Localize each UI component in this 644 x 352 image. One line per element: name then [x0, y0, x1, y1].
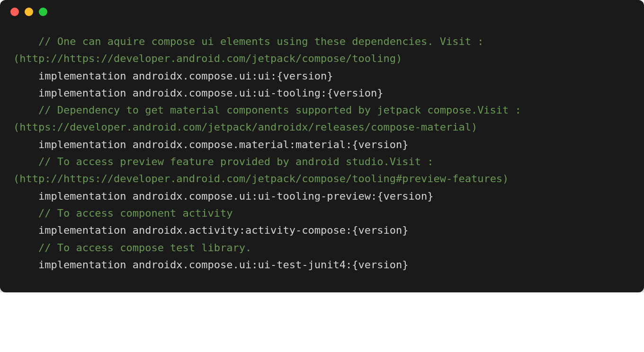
code-line: implementation androidx.compose.ui:ui:{v…: [13, 68, 631, 85]
code-text: implementation androidx.compose.ui:ui:{v…: [38, 70, 333, 82]
code-line: // One can aquire compose ui elements us…: [13, 33, 631, 68]
code-line: implementation androidx.compose.ui:ui-to…: [13, 85, 631, 102]
code-comment: // To access component activity: [38, 207, 233, 219]
code-line: implementation androidx.compose.ui:ui-to…: [13, 188, 631, 205]
code-comment: // To access preview feature provided by…: [13, 156, 509, 185]
close-icon[interactable]: [10, 8, 19, 16]
code-area: // One can aquire compose ui elements us…: [0, 24, 644, 292]
code-line: implementation androidx.activity:activit…: [13, 222, 631, 239]
titlebar: [0, 0, 644, 24]
code-window: // One can aquire compose ui elements us…: [0, 0, 644, 292]
code-comment: // To access compose test library.: [38, 242, 251, 254]
code-line: // Dependency to get material components…: [13, 102, 631, 136]
code-text: implementation androidx.compose.material…: [38, 139, 408, 150]
code-line: // To access compose test library.: [13, 239, 631, 256]
code-text: implementation androidx.compose.ui:ui-to…: [38, 190, 433, 202]
code-line: implementation androidx.compose.ui:ui-te…: [13, 256, 631, 273]
code-comment: // One can aquire compose ui elements us…: [13, 35, 490, 64]
code-text: implementation androidx.compose.ui:ui-to…: [38, 87, 383, 99]
code-text: implementation androidx.compose.ui:ui-te…: [38, 259, 408, 271]
code-text: implementation androidx.activity:activit…: [38, 224, 408, 236]
code-line: implementation androidx.compose.material…: [13, 136, 631, 153]
code-line: // To access preview feature provided by…: [13, 153, 631, 188]
minimize-icon[interactable]: [25, 8, 33, 16]
maximize-icon[interactable]: [39, 8, 47, 16]
code-comment: // Dependency to get material components…: [13, 104, 528, 133]
code-line: // To access component activity: [13, 205, 631, 222]
